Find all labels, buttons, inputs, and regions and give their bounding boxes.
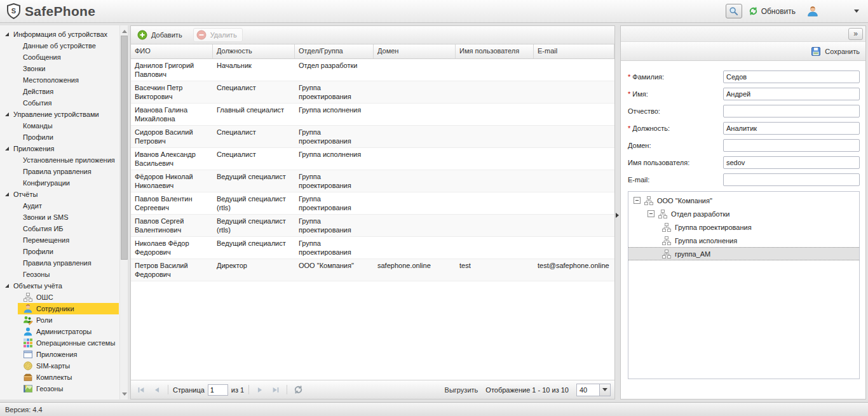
sidebar-item[interactable]: Аудит [0,200,119,211]
sidebar-item[interactable]: Профили [0,246,119,257]
page-number-input[interactable] [208,384,228,396]
version-label: Версия: 4.4 [5,406,43,413]
sidebar-group-3[interactable]: Отчёты [0,189,119,200]
field-input[interactable] [723,139,860,152]
sidebar-item[interactable]: События [0,97,119,109]
collapse-panel-button[interactable]: » [848,28,863,40]
sidebar-item[interactable]: Комплекты [18,372,119,383]
form-field-row: *Должность: [628,119,860,137]
sidebar-item[interactable]: Приложения [18,349,119,360]
sidebar-group-0[interactable]: Информация об устройствах [0,29,119,40]
sidebar-item[interactable]: Сообщения [0,51,119,63]
field-label-text: Отчество: [628,107,660,115]
table-row[interactable]: Сидоров Василий ПетровичСпециалистГруппа… [131,126,614,148]
sidebar-item[interactable]: Действия [0,86,119,97]
table-cell: test@safephone.online [534,259,614,281]
field-input[interactable] [723,173,860,186]
sidebar-item[interactable]: Операционные системы [18,337,119,349]
org-tree-node[interactable]: Группа проектирования [628,220,859,234]
page-size-select[interactable]: 40 [576,384,611,396]
table-row[interactable]: Васечкин Петр ВикторовичСпециалистГруппа… [131,81,614,104]
org-tree-node[interactable]: группа_АМ [628,247,859,260]
last-page-button[interactable] [269,384,282,396]
column-header[interactable]: ФИО [131,44,213,58]
detail-toolbar: Сохранить [621,42,865,61]
table-row[interactable]: Иванов Александр ВасильевичСпециалистГру… [131,148,614,170]
delete-button[interactable]: Удалить [193,28,243,42]
sidebar-item[interactable]: Установленные приложения [0,154,119,166]
scroll-up-icon[interactable] [120,27,128,36]
table-row[interactable]: Павлов Валентин СергеевичВедущий специал… [131,192,614,215]
sidebar-item[interactable]: Местоположения [0,74,119,86]
sidebar-group-1[interactable]: Управление устройствами [0,109,119,120]
next-page-button[interactable] [254,384,266,396]
table-row[interactable]: Фёдоров Николай НиколаевичВедущий специа… [131,170,614,192]
column-header[interactable]: Имя пользователя [456,44,534,58]
select-dropdown-button[interactable] [599,384,610,396]
sidebar-item[interactable]: Правила управления [0,257,119,269]
sidebar-item[interactable]: Конфигурации [0,177,119,189]
sidebar-item[interactable]: Звонки [0,63,119,74]
search-button[interactable] [726,4,742,18]
table-cell: Павлов Валентин Сергеевич [131,192,213,214]
sidebar-item[interactable]: Геозоны [18,383,119,394]
field-input[interactable] [723,156,860,169]
orgchart-icon [644,196,654,206]
sim-icon [23,361,33,371]
org-tree-node[interactable]: ООО "Компания" [628,194,859,207]
roles-icon [23,315,33,325]
prev-page-button[interactable] [151,384,163,396]
table-row[interactable]: Петров Василий ФедоровичДиректорООО "Ком… [131,259,614,281]
table-row[interactable]: Данилов Григорий ПавловичНачальникОтдел … [131,59,614,81]
sidebar-item[interactable]: События ИБ [0,223,119,234]
sidebar-item[interactable]: Профили [0,131,119,143]
user-menu[interactable] [807,6,818,17]
column-header[interactable]: Отдел/Группа [295,44,374,58]
collapse-minus-icon[interactable] [634,197,641,204]
sidebar-item[interactable]: Перемещения [0,234,119,246]
sidebar-item[interactable]: Администраторы [18,326,119,337]
add-button[interactable]: Добавить [134,28,188,42]
sidebar-item-label: Данные об устройстве [23,42,96,50]
sidebar-scrollbar[interactable] [119,25,128,399]
scrollbar-thumb[interactable] [121,36,128,260]
chevron-down-icon [854,10,859,13]
field-input[interactable] [723,122,860,135]
sidebar-item[interactable]: Сотрудники [18,303,119,314]
sidebar-item[interactable]: Данные об устройстве [0,40,119,51]
table-row[interactable]: Павлов Сергей ВалентиновичВедущий специа… [131,215,614,237]
scroll-down-icon[interactable] [120,389,128,398]
column-header[interactable]: Домен [374,44,456,58]
sidebar-item[interactable]: SIM-карты [18,360,119,372]
first-page-button[interactable] [135,384,147,396]
header-dropdown-button[interactable] [851,7,862,15]
reload-button[interactable] [292,384,304,396]
save-button[interactable]: Сохранить [811,46,860,57]
sidebar-item[interactable]: Команды [0,120,119,131]
refresh-button[interactable]: Обновить [749,6,796,16]
org-tree-node[interactable]: Отдел разработки [628,207,859,220]
employees-grid-panel: Добавить Удалить ФИОДолжностьОтдел/Групп… [130,25,615,399]
page-label: Страница [173,386,205,394]
field-input[interactable] [723,70,860,83]
sidebar-item[interactable]: Правила управления [0,166,119,177]
sidebar-item[interactable]: Геозоны [0,269,119,280]
panel-splitter[interactable] [615,25,620,399]
sidebar-group-4[interactable]: Объекты учёта [0,280,119,292]
sidebar-item[interactable]: ОШС [18,292,119,303]
column-header[interactable]: E-mail [534,44,614,58]
column-header[interactable]: Должность [213,44,295,58]
export-button[interactable]: Выгрузить [445,386,478,394]
splitter-collapse-icon[interactable] [616,213,619,218]
field-input[interactable] [723,105,860,117]
table-row[interactable]: Иванова Галина МихайловнаГлавный специал… [131,104,614,126]
sidebar-item[interactable]: Звонки и SMS [0,211,119,223]
field-label: *Должность: [628,124,723,132]
field-input[interactable] [723,88,860,100]
field-label: Отчество: [628,107,723,115]
sidebar-item[interactable]: Роли [18,314,119,326]
collapse-minus-icon[interactable] [648,210,654,217]
sidebar-group-2[interactable]: Приложения [0,143,119,154]
table-row[interactable]: Николаев Фёдор ФедоровичВедущий специали… [131,237,614,259]
org-tree-node[interactable]: Группа исполнения [628,234,859,247]
